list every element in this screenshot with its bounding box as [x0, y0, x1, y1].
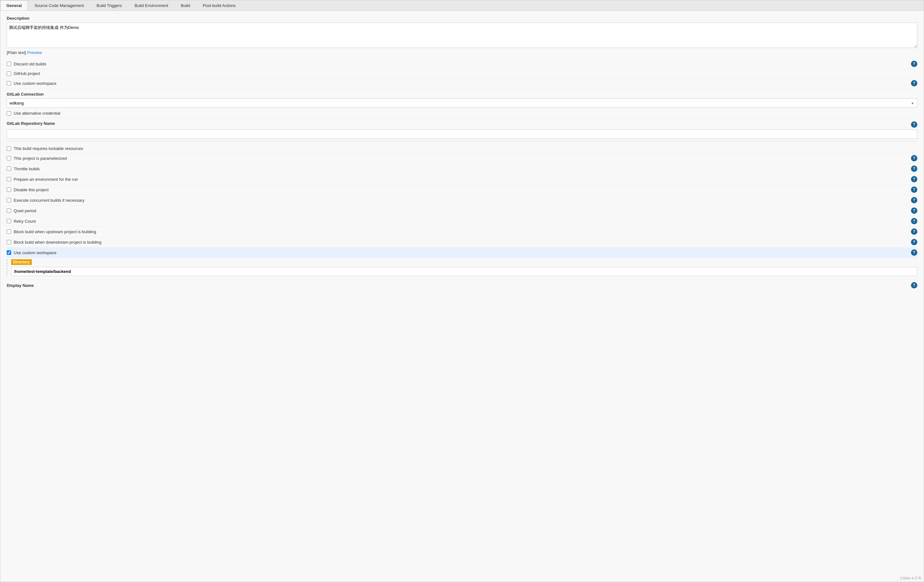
concurrent-builds-label[interactable]: Execute concurrent builds if necessary [14, 198, 911, 203]
github-project-checkbox[interactable] [7, 71, 11, 76]
retry-count-checkbox[interactable] [7, 219, 11, 224]
plain-text-label: [Plain text] [7, 50, 26, 55]
github-project-row: GitHub project [7, 69, 917, 78]
use-custom-workspace-2-row: Use custom workspace ? [7, 247, 917, 258]
throttle-builds-label[interactable]: Throttle builds [14, 166, 911, 171]
watermark: CSDN 今子号 [900, 576, 921, 581]
block-upstream-help-icon[interactable]: ? [911, 229, 917, 235]
parameterized-help-icon[interactable]: ? [911, 155, 917, 161]
lockable-resources-checkbox[interactable] [7, 146, 11, 151]
discard-old-builds-help-icon[interactable]: ? [911, 61, 917, 67]
display-name-row: Display Name ? [7, 279, 917, 288]
quiet-period-label[interactable]: Quiet period [14, 209, 911, 213]
parameterized-row: This project is parameterized ? [7, 153, 917, 164]
block-downstream-label[interactable]: Block build when downstream project is b… [14, 240, 911, 245]
use-custom-workspace-1-help-icon[interactable]: ? [911, 80, 917, 86]
quiet-period-row: Quiet period ? [7, 206, 917, 216]
use-custom-workspace-1-checkbox[interactable] [7, 81, 11, 85]
tab-build-triggers[interactable]: Build Triggers [91, 0, 128, 10]
prepare-env-row: Prepare an environment for the run ? [7, 174, 917, 184]
concurrent-builds-checkbox[interactable] [7, 198, 11, 202]
discard-old-builds-label[interactable]: Discard old builds [14, 62, 911, 66]
description-textarea[interactable]: 测试后端脚手架的持续集成 作为<strong>Demo</strong> [7, 23, 917, 48]
throttle-builds-checkbox[interactable] [7, 166, 11, 171]
directory-section: Directory [7, 259, 917, 276]
display-name-label: Display Name [7, 283, 34, 288]
lockable-resources-row: This build requires lockable resources [7, 144, 917, 153]
preview-link[interactable]: Preview [27, 50, 42, 55]
directory-label[interactable]: Directory [11, 259, 32, 265]
use-alternative-credential-label[interactable]: Use alternative credential [14, 111, 917, 116]
block-downstream-help-icon[interactable]: ? [911, 239, 917, 245]
directory-input[interactable] [11, 267, 917, 276]
retry-count-label[interactable]: Retry Count [14, 219, 911, 224]
tab-general[interactable]: General [0, 0, 28, 10]
tabs-bar: General Source Code Management Build Tri… [0, 0, 924, 11]
quiet-period-help-icon[interactable]: ? [911, 207, 917, 214]
disable-project-label[interactable]: Disable this project [14, 187, 911, 192]
prepare-env-checkbox[interactable] [7, 177, 11, 181]
retry-count-row: Retry Count ? [7, 216, 917, 227]
discard-old-builds-row: Discard old builds ? [7, 59, 917, 69]
tab-post-build[interactable]: Post-build Actions [197, 0, 242, 10]
use-custom-workspace-2-checkbox[interactable] [7, 250, 11, 255]
use-custom-workspace-2-label[interactable]: Use custom workspace [14, 250, 911, 255]
gitlab-repo-input[interactable] [7, 130, 917, 139]
prepare-env-label[interactable]: Prepare an environment for the run [14, 177, 911, 182]
concurrent-builds-row: Execute concurrent builds if necessary ? [7, 195, 917, 206]
tab-build-env[interactable]: Build Environment [129, 0, 174, 10]
gitlab-connection-label: GitLab Connection [7, 92, 917, 97]
block-upstream-label[interactable]: Block build when upstream project is bui… [14, 229, 911, 234]
description-label: Description [7, 16, 917, 21]
gitlab-connection-select[interactable]: wdkang [7, 99, 917, 108]
block-upstream-row: Block build when upstream project is bui… [7, 227, 917, 237]
retry-count-help-icon[interactable]: ? [911, 218, 917, 224]
use-alternative-credential-checkbox[interactable] [7, 111, 11, 116]
lockable-resources-label[interactable]: This build requires lockable resources [14, 146, 917, 151]
prepare-env-help-icon[interactable]: ? [911, 176, 917, 182]
parameterized-label[interactable]: This project is parameterized [14, 156, 911, 161]
use-custom-workspace-1-label[interactable]: Use custom workspace [14, 81, 911, 86]
tab-scm[interactable]: Source Code Management [28, 0, 90, 10]
tab-build[interactable]: Build [175, 0, 196, 10]
throttle-builds-row: Throttle builds ? [7, 164, 917, 174]
use-alternative-credential-row: Use alternative credential [7, 109, 917, 118]
block-downstream-row: Block build when downstream project is b… [7, 237, 917, 247]
quiet-period-checkbox[interactable] [7, 209, 11, 213]
disable-project-row: Disable this project ? [7, 184, 917, 195]
disable-project-checkbox[interactable] [7, 187, 11, 192]
gitlab-connection-select-wrapper: wdkang [7, 99, 917, 108]
parameterized-checkbox[interactable] [7, 156, 11, 160]
display-name-help-icon[interactable]: ? [911, 282, 917, 288]
block-downstream-checkbox[interactable] [7, 240, 11, 244]
gitlab-repo-help-icon[interactable]: ? [911, 122, 917, 128]
discard-old-builds-checkbox[interactable] [7, 62, 11, 66]
disable-project-help-icon[interactable]: ? [911, 186, 917, 193]
github-project-label[interactable]: GitHub project [14, 71, 917, 76]
throttle-builds-help-icon[interactable]: ? [911, 166, 917, 172]
concurrent-builds-help-icon[interactable]: ? [911, 197, 917, 203]
use-custom-workspace-1-row: Use custom workspace ? [7, 78, 917, 89]
block-upstream-checkbox[interactable] [7, 229, 11, 234]
gitlab-repo-label: GitLab Repository Name [7, 121, 55, 126]
use-custom-workspace-2-help-icon[interactable]: ? [911, 249, 917, 256]
